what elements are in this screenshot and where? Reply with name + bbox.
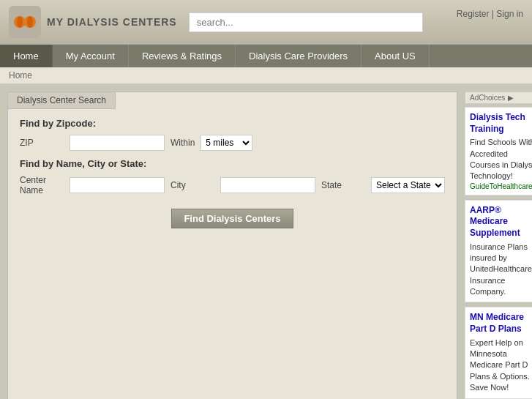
ad-block-2: MN Medicare Part D Plans Expert Help on …: [465, 307, 532, 398]
svg-point-4: [27, 16, 33, 28]
nav-item-home[interactable]: Home: [0, 45, 53, 67]
find-by-name-label: Find by Name, City or State:: [20, 158, 445, 169]
find-by-zip-label: Find by Zipcode:: [20, 118, 445, 129]
nav: Home My Account Reviews & Ratings Dialys…: [0, 45, 532, 67]
center-name-label: CenterName: [20, 175, 64, 195]
miles-select[interactable]: 5 miles 10 miles 25 miles 50 miles: [201, 135, 252, 151]
ad-block-0: Dialysis Tech Training Find Schools With…: [465, 107, 532, 195]
center-name-input[interactable]: [70, 177, 165, 193]
city-label: City: [171, 180, 214, 190]
ad-title-1[interactable]: AARP® Medicare Supplement: [470, 205, 532, 239]
nav-item-providers[interactable]: Dialysis Care Providers: [236, 45, 361, 67]
svg-point-3: [17, 16, 23, 28]
signin-link[interactable]: Sign in: [496, 9, 523, 19]
breadcrumb: Home: [0, 67, 532, 84]
ad-choices-icon: ▶: [508, 94, 514, 102]
search-panel-tab: Dialysis Center Search: [8, 92, 116, 109]
ad-text-1: Insurance Plans insured by UnitedHealthc…: [470, 242, 532, 298]
state-select[interactable]: Select a State Alabama Alaska Arizona Ca…: [371, 177, 445, 193]
nav-item-about[interactable]: About US: [361, 45, 430, 67]
search-panel-body: Find by Zipcode: ZIP Within 5 miles 10 m…: [8, 109, 457, 240]
logo: MY DIALYSIS CENTERS: [9, 6, 177, 38]
register-link[interactable]: Register: [457, 9, 490, 19]
zip-label: ZIP: [20, 138, 64, 148]
zip-input[interactable]: [70, 135, 165, 151]
find-button-row: Find Dialysis Centers: [20, 203, 445, 228]
state-label: State: [321, 180, 365, 190]
search-input[interactable]: [189, 12, 423, 32]
logo-text: MY DIALYSIS CENTERS: [47, 16, 177, 28]
within-label: Within: [171, 138, 195, 148]
ad-title-0[interactable]: Dialysis Tech Training: [470, 112, 532, 135]
separator: |: [490, 9, 497, 19]
breadcrumb-home[interactable]: Home: [9, 70, 32, 81]
ad-choices-text: AdChoices: [470, 94, 505, 102]
nav-item-account[interactable]: My Account: [53, 45, 129, 67]
ad-text-2: Expert Help on Minnesota Medicare Part D…: [470, 338, 532, 394]
search-bar: [189, 12, 445, 32]
divider: Find by Name, City or State:: [20, 158, 445, 169]
header-links: Register | Sign in: [457, 9, 523, 19]
ad-block-1: AARP® Medicare Supplement Insurance Plan…: [465, 200, 532, 303]
ad-panel: AdChoices ▶ Dialysis Tech Training Find …: [465, 92, 532, 399]
ad-choices-label: AdChoices ▶: [465, 92, 532, 104]
header: MY DIALYSIS CENTERS Register | Sign in: [0, 0, 532, 45]
ad-text-0: Find Schools With Accredited Courses in …: [470, 137, 532, 182]
ad-title-2[interactable]: MN Medicare Part D Plans: [470, 312, 532, 335]
name-city-state-row: CenterName City State Select a State Ala…: [20, 175, 445, 195]
logo-icon: [9, 6, 41, 38]
search-panel: Dialysis Center Search Find by Zipcode: …: [7, 92, 457, 399]
ad-source-0: GuideToHealthcareSc...: [470, 182, 532, 190]
zip-row: ZIP Within 5 miles 10 miles 25 miles 50 …: [20, 135, 445, 151]
main: Dialysis Center Search Find by Zipcode: …: [0, 84, 532, 399]
city-input[interactable]: [220, 177, 315, 193]
nav-item-reviews[interactable]: Reviews & Ratings: [129, 45, 236, 67]
find-button[interactable]: Find Dialysis Centers: [171, 209, 293, 228]
